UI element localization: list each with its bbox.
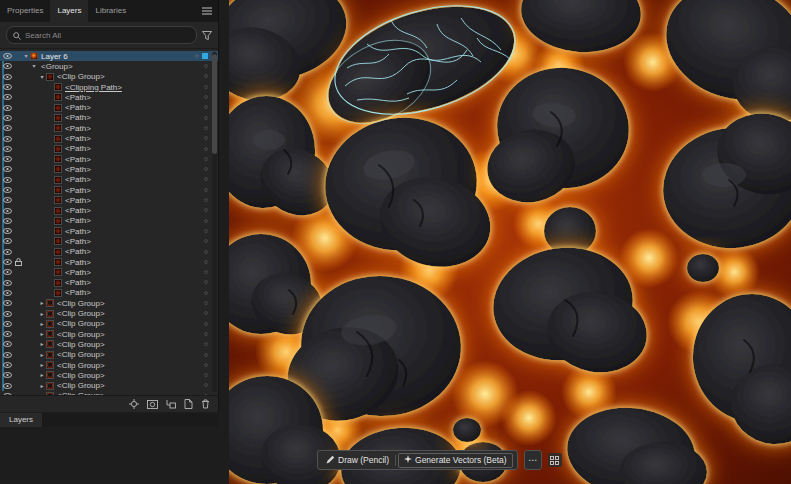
visibility-eye-icon[interactable]: [0, 156, 14, 162]
layer-row[interactable]: <Path>○: [0, 185, 218, 195]
visibility-eye-icon[interactable]: [0, 115, 14, 121]
expand-chevron-icon[interactable]: ▸: [38, 311, 46, 317]
layer-row[interactable]: ▸<Clip Group>○: [0, 391, 218, 395]
expand-chevron-icon[interactable]: ▸: [38, 331, 46, 337]
expand-chevron-icon[interactable]: ▾: [30, 63, 38, 69]
filter-icon[interactable]: [202, 26, 212, 44]
target-circle-icon[interactable]: ○: [204, 372, 208, 379]
visibility-eye-icon[interactable]: [0, 321, 14, 327]
search-input[interactable]: [25, 31, 190, 40]
target-circle-icon[interactable]: ○: [204, 279, 208, 286]
panel-scrollbar[interactable]: [212, 52, 217, 392]
visibility-eye-icon[interactable]: [0, 146, 14, 152]
layer-row[interactable]: ▾<Clip Group>○: [0, 72, 218, 82]
visibility-eye-icon[interactable]: [0, 84, 14, 90]
layer-row[interactable]: <Path>○: [0, 123, 218, 133]
target-circle-icon[interactable]: ○: [204, 259, 208, 266]
target-circle-icon[interactable]: ○: [204, 115, 208, 122]
layer-row[interactable]: <Path>○: [0, 175, 218, 185]
tab-layers[interactable]: Layers: [50, 0, 88, 22]
layer-row[interactable]: ▸<Clip Group>○: [0, 370, 218, 380]
target-circle-icon[interactable]: ○: [204, 249, 208, 256]
visibility-eye-icon[interactable]: [0, 74, 14, 80]
visibility-eye-icon[interactable]: [0, 259, 14, 265]
target-circle-icon[interactable]: ○: [204, 94, 208, 101]
layer-row[interactable]: <Path>○: [0, 133, 218, 143]
target-circle-icon[interactable]: ○: [204, 310, 208, 317]
expand-chevron-icon[interactable]: ▸: [38, 383, 46, 389]
draw-pencil-button[interactable]: Draw (Pencil): [320, 451, 395, 469]
visibility-eye-icon[interactable]: [0, 362, 14, 368]
target-circle-icon[interactable]: ○: [204, 156, 208, 163]
target-circle-icon[interactable]: ○: [204, 207, 208, 214]
layer-row[interactable]: <Path>○: [0, 226, 218, 236]
visibility-eye-icon[interactable]: [0, 393, 14, 395]
layer-row[interactable]: <Path>○: [0, 92, 218, 102]
visibility-eye-icon[interactable]: [0, 269, 14, 275]
layer-row[interactable]: ▸<Clip Group>○: [0, 329, 218, 339]
target-circle-icon[interactable]: ○: [204, 269, 208, 276]
artboard-canvas[interactable]: Draw (Pencil) Generate Vectors (Beta) ⋯: [229, 0, 791, 484]
target-circle-icon[interactable]: ○: [204, 176, 208, 183]
target-circle-icon[interactable]: ○: [195, 53, 199, 60]
visibility-eye-icon[interactable]: [0, 208, 14, 214]
visibility-eye-icon[interactable]: [0, 249, 14, 255]
target-circle-icon[interactable]: ○: [204, 125, 208, 132]
delete-icon[interactable]: [201, 399, 210, 409]
target-circle-icon[interactable]: ○: [204, 187, 208, 194]
layer-row[interactable]: ▸<Clip Group>○: [0, 319, 218, 329]
target-circle-icon[interactable]: ○: [204, 321, 208, 328]
visibility-eye-icon[interactable]: [0, 218, 14, 224]
visibility-eye-icon[interactable]: [0, 280, 14, 286]
visibility-eye-icon[interactable]: [0, 136, 14, 142]
layer-row[interactable]: ▾Layer 6○: [0, 51, 218, 61]
target-circle-icon[interactable]: ○: [204, 197, 208, 204]
visibility-eye-icon[interactable]: [0, 197, 14, 203]
expand-chevron-icon[interactable]: ▸: [38, 352, 46, 358]
layer-row[interactable]: <Path>○: [0, 267, 218, 277]
expand-chevron-icon[interactable]: ▸: [38, 393, 46, 395]
locate-object-icon[interactable]: [129, 399, 139, 409]
visibility-eye-icon[interactable]: [0, 383, 14, 389]
tab-properties[interactable]: Properties: [0, 0, 50, 22]
layer-row[interactable]: ▸<Clip Group>○: [0, 308, 218, 318]
layer-row[interactable]: <Path>○: [0, 102, 218, 112]
expand-chevron-icon[interactable]: ▸: [38, 321, 46, 327]
target-circle-icon[interactable]: ○: [204, 238, 208, 245]
more-options-button[interactable]: ⋯: [524, 450, 542, 470]
grid-options-button[interactable]: [548, 453, 562, 467]
layer-row[interactable]: <Path>○: [0, 195, 218, 205]
expand-chevron-icon[interactable]: ▸: [38, 341, 46, 347]
visibility-eye-icon[interactable]: [0, 228, 14, 234]
layer-row[interactable]: <Clipping Path>○: [0, 82, 218, 92]
layer-row[interactable]: <Path>○: [0, 247, 218, 257]
expand-chevron-icon[interactable]: ▾: [22, 53, 30, 59]
visibility-eye-icon[interactable]: [0, 290, 14, 296]
docked-panel-tab-layers[interactable]: Layers: [0, 413, 42, 427]
lock-icon[interactable]: [14, 258, 22, 266]
layer-row[interactable]: ▸<Clip Group>○: [0, 360, 218, 370]
panel-menu-icon[interactable]: [202, 7, 218, 15]
visibility-eye-icon[interactable]: [0, 94, 14, 100]
target-circle-icon[interactable]: ○: [204, 331, 208, 338]
visibility-eye-icon[interactable]: [0, 341, 14, 347]
expand-chevron-icon[interactable]: ▸: [38, 362, 46, 368]
visibility-eye-icon[interactable]: [0, 125, 14, 131]
layer-row[interactable]: <Path>○: [0, 113, 218, 123]
visibility-eye-icon[interactable]: [0, 300, 14, 306]
target-circle-icon[interactable]: ○: [204, 135, 208, 142]
visibility-eye-icon[interactable]: [0, 63, 14, 69]
target-circle-icon[interactable]: ○: [204, 166, 208, 173]
layer-row[interactable]: <Path>○: [0, 164, 218, 174]
layer-row[interactable]: ▸<Clip Group>○: [0, 339, 218, 349]
visibility-eye-icon[interactable]: [0, 166, 14, 172]
target-circle-icon[interactable]: ○: [204, 84, 208, 91]
target-circle-icon[interactable]: ○: [204, 228, 208, 235]
generate-vectors-button[interactable]: Generate Vectors (Beta): [398, 453, 513, 468]
target-circle-icon[interactable]: ○: [204, 300, 208, 307]
target-circle-icon[interactable]: ○: [204, 104, 208, 111]
layer-row[interactable]: <Path>○: [0, 278, 218, 288]
expand-chevron-icon[interactable]: ▸: [38, 372, 46, 378]
target-circle-icon[interactable]: ○: [204, 63, 208, 70]
target-circle-icon[interactable]: ○: [204, 352, 208, 359]
